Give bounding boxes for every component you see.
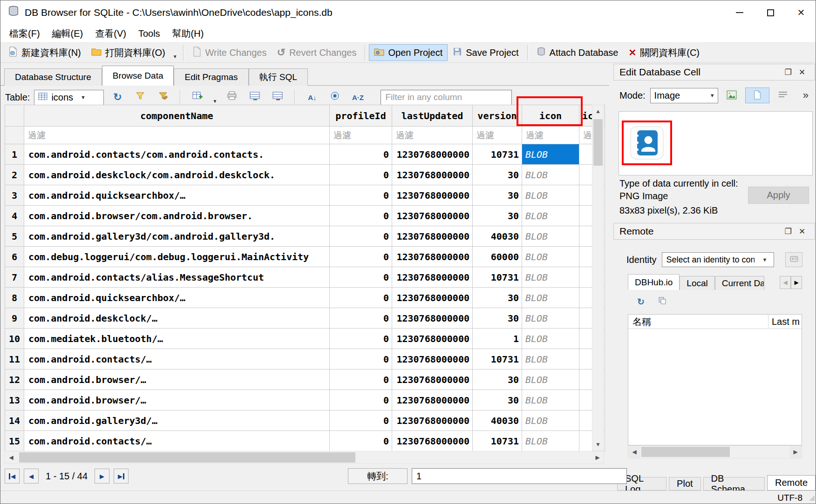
scroll-right-icon[interactable]: ▶ [789,446,802,458]
row-number[interactable]: 3 [5,185,24,206]
filter-any-column-input[interactable] [381,90,512,105]
filter-icon[interactable]: 過濾 [522,127,579,144]
column-header-profileid[interactable]: profileId [330,105,392,127]
remote-clone-button[interactable] [655,294,669,309]
edit-cell-button[interactable] [326,89,344,105]
table-selector-dropdown[interactable]: icons ▼ [34,90,104,105]
cell-version[interactable]: 30 [473,390,522,410]
cell-icon-blob[interactable]: BLOB [522,390,579,410]
cell-profileid[interactable]: 0 [330,226,392,247]
remote-column-name[interactable]: 名稱 [628,315,768,329]
row-number[interactable]: 6 [5,247,24,267]
cell-componentname[interactable]: com.android.browser/com.android.browser. [24,206,330,226]
cell-profileid[interactable]: 0 [330,247,392,267]
cell-version[interactable]: 30 [473,288,522,308]
cell-componentname[interactable]: com.android.contacts/alias.MessageShortc… [24,267,330,288]
attach-database-button[interactable]: Attach Database [531,44,624,61]
write-changes-button[interactable]: Write Changes [187,44,272,61]
cell-icon-blob[interactable]: BLOB [522,431,579,451]
cell-version[interactable]: 30 [473,165,522,185]
menu-edit[interactable]: 編輯(E) [46,25,89,42]
row-number[interactable]: 12 [5,370,24,390]
cell-lastupdated[interactable]: 1230768000000 [392,144,473,165]
cell-icon-blob[interactable]: BLOB [522,267,579,288]
filter-lastupdated[interactable]: 過濾 [392,127,473,144]
import-data-button[interactable] [723,87,741,103]
goto-input[interactable] [412,468,627,484]
cell-icon-blob[interactable]: BLOB [522,349,579,370]
cell-lastupdated[interactable]: 1230768000000 [392,349,473,370]
cell-componentname[interactable]: com.android.browser/… [24,390,330,410]
cell-icon-blob[interactable]: BLOB [522,247,579,267]
column-header-componentname[interactable]: componentName [24,105,330,127]
cell-componentname[interactable]: com.android.quicksearchbox/… [24,185,330,206]
scroll-left-icon[interactable]: ◀ [628,446,640,458]
remote-column-lastmodified[interactable]: Last m [768,315,802,329]
cell-profileid[interactable]: 0 [330,410,392,431]
new-record-dropdown[interactable]: ▼ [211,89,218,105]
first-page-button[interactable]: ◀ [5,469,20,484]
next-page-button[interactable]: ▶ [95,469,109,484]
open-database-button[interactable]: 打開資料庫(O) [86,44,170,61]
print-button[interactable] [223,89,241,105]
tab-edit-pragmas[interactable]: Edit Pragmas [174,68,248,86]
cell-version[interactable]: 40030 [473,226,522,247]
cell-lastupdated[interactable]: 1230768000000 [392,247,473,267]
cell-icon-blob[interactable]: BLOB [522,410,579,431]
word-wrap-button[interactable] [774,87,792,103]
cell-version[interactable]: 10731 [473,431,522,451]
cell-profileid[interactable]: 0 [330,308,392,329]
scroll-up-icon[interactable]: ▲ [592,105,604,117]
cell-profileid[interactable]: 0 [330,390,392,410]
close-panel-icon[interactable]: ✕ [795,225,809,237]
cell-lastupdated[interactable]: 1230768000000 [392,185,473,206]
apply-button[interactable]: Apply [748,187,809,204]
cell-profileid[interactable]: 0 [330,329,392,349]
identity-dropdown[interactable]: Select an identity to conne ▼ [662,252,774,267]
cell-icon-blob[interactable]: BLOB [522,185,579,206]
cell-componentname[interactable]: com.mediatek.bluetooth/… [24,329,330,349]
cell-icon-blob[interactable]: BLOB [522,165,579,185]
new-record-button[interactable] [188,89,207,105]
tab-local[interactable]: Local [680,276,714,290]
cell-version[interactable]: 30 [473,308,522,329]
last-page-button[interactable]: ▶ [114,469,129,484]
cell-componentname[interactable]: com.android.contacts/… [24,349,330,370]
row-number[interactable]: 10 [5,329,24,349]
cell-lastupdated[interactable]: 1230768000000 [392,370,473,390]
tab-plot[interactable]: Plot [669,477,700,491]
menu-tools[interactable]: Tools [132,26,166,41]
vertical-scrollbar[interactable]: ▲ ▼ [592,105,604,451]
cell-componentname[interactable]: com.android.deskclock/com.android.deskcl… [24,165,330,185]
filter-componentname[interactable]: 過濾 [24,127,330,144]
row-number[interactable]: 2 [5,165,24,185]
scroll-down-icon[interactable]: ▼ [592,438,604,450]
sort-asc-button[interactable]: A↓ [303,89,321,105]
save-project-button[interactable]: Save Project [448,44,524,61]
tab-browse-data[interactable]: Browse Data [102,66,174,86]
mode-dropdown[interactable]: Image ▼ [650,88,718,103]
clear-filter-button[interactable] [131,89,150,105]
cell-profileid[interactable]: 0 [330,349,392,370]
cell-profileid[interactable]: 0 [330,370,392,390]
cell-version[interactable]: 40030 [473,410,522,431]
cell-lastupdated[interactable]: 1230768000000 [392,165,473,185]
row-number[interactable]: 7 [5,267,24,288]
column-header-lastupdated[interactable]: lastUpdated [392,105,473,127]
cell-version[interactable]: 30 [473,206,522,226]
cell-version[interactable]: 10731 [473,349,522,370]
cell-lastupdated[interactable]: 1230768000000 [392,390,473,410]
column-header-icon[interactable]: icon [522,105,579,127]
menu-view[interactable]: 查看(V) [89,25,132,42]
insert-row-button[interactable] [245,89,264,105]
cell-version[interactable]: 30 [473,370,522,390]
cell-lastupdated[interactable]: 1230768000000 [392,329,473,349]
cell-profileid[interactable]: 0 [330,431,392,451]
cell-componentname[interactable]: com.android.gallery3d/… [24,410,330,431]
text-mode-button[interactable] [745,87,769,103]
remote-refresh-button[interactable]: ↻ [634,294,648,309]
row-number[interactable]: 8 [5,288,24,308]
tab-scroll-right-button[interactable]: ▶ [791,276,802,289]
cell-componentname[interactable]: com.android.browser/… [24,370,330,390]
cell-version[interactable]: 1 [473,329,522,349]
